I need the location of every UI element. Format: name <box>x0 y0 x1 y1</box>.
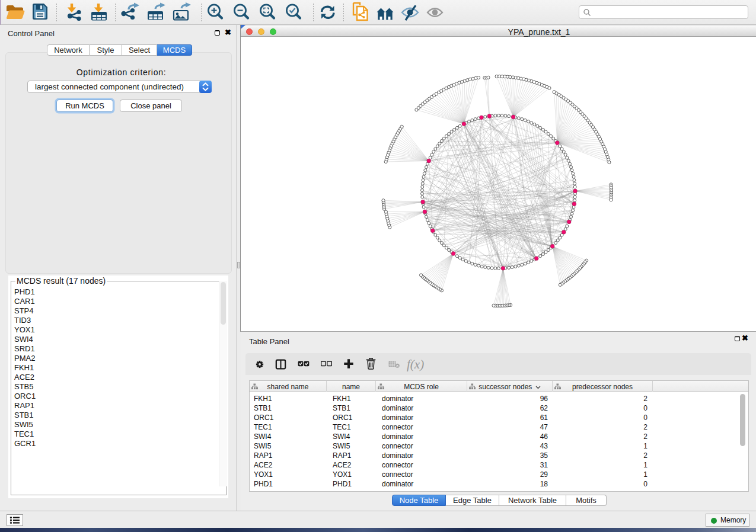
svg-text:f(x): f(x) <box>407 357 424 371</box>
